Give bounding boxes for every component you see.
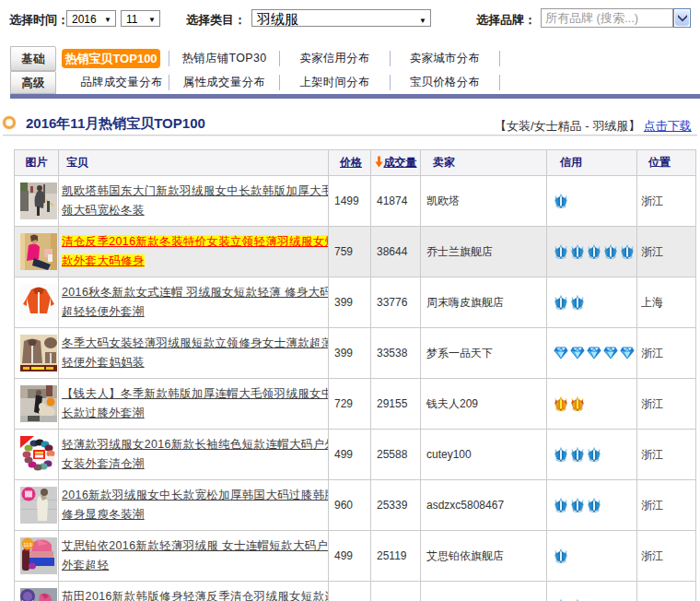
svg-text:119: 119: [23, 542, 32, 548]
